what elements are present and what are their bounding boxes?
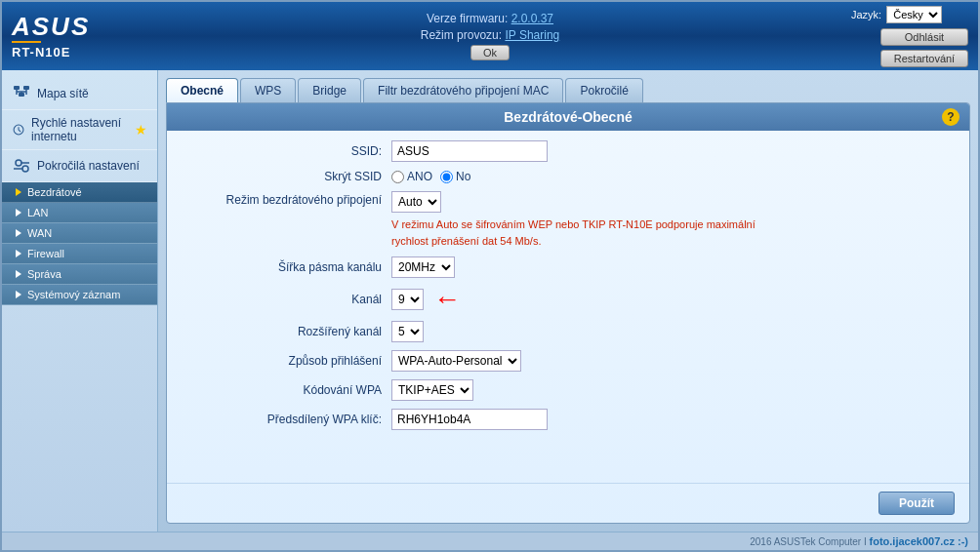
header-center: Verze firmwaru: 2.0.0.37 Režim provozu: … (139, 12, 841, 60)
footer-watermark: foto.ijacek007.cz :-) (870, 535, 968, 547)
ssid-input[interactable] (391, 140, 548, 162)
sirka-select[interactable]: 20MHz (391, 256, 455, 278)
syslog-arrow (16, 291, 21, 298)
sidebar-item-advanced[interactable]: Pokročilá nastavení (2, 150, 157, 182)
logout-button[interactable]: Odhlásit (880, 28, 968, 46)
mode-info: Režim provozu: IP Sharing (421, 28, 560, 42)
ok-button[interactable]: Ok (470, 45, 510, 60)
tabs-row: Obecné WPS Bridge Filtr bezdrátového při… (166, 78, 970, 102)
rozsireny-value: 5 (391, 321, 950, 342)
rezim-info: V režimu Auto se šifrováním WEP nebo TKI… (391, 217, 762, 249)
page-area: Obecné WPS Bridge Filtr bezdrátového při… (158, 70, 978, 532)
form-panel: Bezdrátové-Obecné ? SSID: Skrýt SSID (166, 102, 970, 524)
kodovani-row: Kódování WPA TKIP+AES (186, 379, 950, 401)
rozsireny-select[interactable]: 5 (391, 321, 424, 342)
tab-obecne[interactable]: Obecné (166, 78, 238, 102)
lang-section: Jazyk: Česky (851, 6, 942, 23)
tab-filtr[interactable]: Filtr bezdrátového připojení MAC (363, 78, 563, 102)
ssid-row: SSID: (186, 140, 950, 162)
radio-no-text: No (456, 170, 470, 183)
ssid-label: SSID: (186, 144, 382, 158)
form-body: SSID: Skrýt SSID ANO (167, 131, 969, 483)
radio-no[interactable] (440, 171, 453, 183)
skryt-label: Skrýt SSID (186, 170, 382, 183)
apply-button[interactable]: Použít (878, 492, 955, 515)
restart-button[interactable]: Restartování (880, 50, 968, 67)
klic-input[interactable] (391, 409, 548, 430)
kodovani-value: TKIP+AES (391, 379, 950, 401)
app-frame: ASUS RT-N10E Verze firmwaru: 2.0.0.37 Re… (0, 0, 980, 552)
kanal-value: 9 ← (391, 286, 950, 313)
mode-value-link[interactable]: IP Sharing (505, 28, 559, 42)
sidebar-item-wan[interactable]: WAN (2, 223, 157, 244)
lang-label: Jazyk: (851, 9, 881, 20)
radio-no-label[interactable]: No (440, 170, 470, 183)
ok-row: Ok (470, 45, 510, 60)
form-title: Bezdrátové-Obecné (504, 109, 632, 125)
tab-wps[interactable]: WPS (240, 78, 296, 102)
sirka-value: 20MHz (391, 256, 950, 278)
ssid-value (391, 140, 950, 162)
kanal-select[interactable]: 9 (391, 289, 424, 310)
kanal-arrow-area: 9 ← (391, 286, 461, 313)
wireless-label: Bezdrátové (27, 186, 82, 198)
svg-point-8 (16, 160, 21, 166)
wireless-arrow (16, 188, 21, 196)
lang-select[interactable]: Česky (886, 6, 942, 23)
radio-ano-text: ANO (407, 170, 432, 183)
advanced-icon (12, 156, 31, 176)
tab-pokrocile[interactable]: Pokročilé (565, 78, 642, 102)
radio-ano-label[interactable]: ANO (391, 170, 432, 183)
help-icon[interactable]: ? (942, 108, 960, 126)
footer-copyright: 2016 ASUSTek Computer I (750, 536, 867, 547)
rozsireny-row: Rozšířený kanál 5 (186, 321, 950, 342)
mode-label: Režim provozu: (421, 28, 502, 42)
kanal-label: Kanál (186, 293, 382, 306)
wan-arrow (16, 229, 21, 237)
firewall-label: Firewall (27, 248, 64, 259)
star-icon: ★ (135, 122, 147, 138)
svg-rect-2 (19, 93, 24, 97)
header-right: Jazyk: Česky Odhlásit Restartování (851, 6, 968, 67)
sidebar-item-syslog[interactable]: Systémový záznam (2, 285, 157, 305)
rezim-row: Režim bezdrátového připojení Auto V reži… (186, 191, 950, 249)
sidebar-item-sitemap[interactable]: Mapa sítě (2, 78, 157, 110)
sidebar-item-quicksetup[interactable]: Rychlé nastavení internetu ★ (2, 110, 157, 150)
rozsireny-label: Rozšířený kanál (186, 325, 382, 338)
header: ASUS RT-N10E Verze firmwaru: 2.0.0.37 Re… (2, 2, 978, 70)
sidebar-item-admin[interactable]: Správa (2, 264, 157, 285)
lan-arrow (16, 209, 21, 217)
sitemap-icon (12, 84, 31, 103)
form-footer: Použít (167, 483, 969, 523)
syslog-label: Systémový záznam (27, 289, 120, 300)
sidebar-item-lan[interactable]: LAN (2, 203, 157, 223)
firmware-version-link[interactable]: 2.0.0.37 (511, 12, 553, 25)
tab-bridge[interactable]: Bridge (298, 78, 361, 102)
model-name: RT-N10E (12, 45, 129, 59)
firmware-label: Verze firmwaru: (427, 12, 508, 25)
rezim-select[interactable]: Auto (391, 191, 441, 213)
firewall-arrow (16, 250, 21, 257)
svg-point-9 (22, 166, 28, 172)
sidebar-item-wireless[interactable]: Bezdrátové (2, 182, 157, 203)
kodovani-label: Kódování WPA (186, 383, 382, 397)
red-arrow-icon: ← (433, 286, 461, 313)
zpusob-row: Způsob přihlášení WPA-Auto-Personal (186, 350, 950, 372)
zpusob-select[interactable]: WPA-Auto-Personal (391, 350, 521, 372)
zpusob-value: WPA-Auto-Personal (391, 350, 950, 372)
sirka-row: Šířka pásma kanálu 20MHz (186, 256, 950, 278)
rezim-value-area: Auto V režimu Auto se šifrováním WEP neb… (391, 191, 950, 249)
sidebar: Mapa sítě Rychlé nastavení internetu ★ P… (2, 70, 158, 532)
klic-row: Předsdílený WPA klíč: (186, 409, 950, 430)
rezim-label: Režim bezdrátového připojení (186, 191, 382, 249)
header-buttons: Odhlásit Restartování (880, 28, 968, 67)
radio-ano[interactable] (391, 171, 404, 183)
klic-label: Předsdílený WPA klíč: (186, 413, 382, 426)
kodovani-select[interactable]: TKIP+AES (391, 379, 473, 401)
admin-label: Správa (27, 268, 61, 280)
sidebar-item-firewall[interactable]: Firewall (2, 244, 157, 264)
quicksetup-icon (12, 120, 25, 139)
sirka-label: Šířka pásma kanálu (186, 260, 382, 274)
zpusob-label: Způsob přihlášení (186, 354, 382, 368)
asus-logo: ASUS (12, 14, 129, 39)
